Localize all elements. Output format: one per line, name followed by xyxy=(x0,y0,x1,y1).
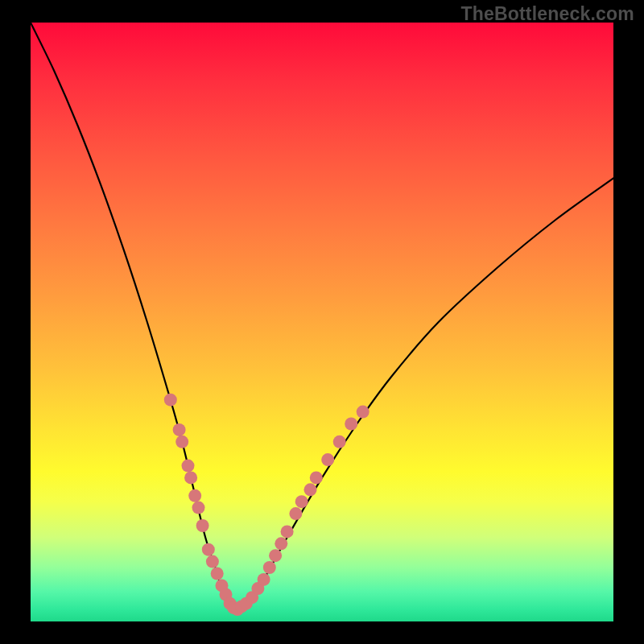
curve-marker xyxy=(211,568,224,580)
curve-marker xyxy=(295,495,308,508)
curve-marker xyxy=(304,483,317,496)
curve-marker xyxy=(269,549,282,562)
curve-marker xyxy=(173,423,186,436)
bottleneck-curve xyxy=(31,23,613,610)
curve-marker xyxy=(258,573,270,586)
curve-marker xyxy=(206,555,219,568)
curve-marker xyxy=(188,489,201,502)
chart-frame: TheBottleneck.com xyxy=(0,0,644,644)
watermark-text: TheBottleneck.com xyxy=(460,3,634,25)
curve-marker xyxy=(263,561,276,574)
curve-marker xyxy=(281,525,294,538)
curve-marker xyxy=(182,460,195,473)
curve-marker xyxy=(196,519,209,532)
curve-marker xyxy=(275,537,287,550)
curve-marker xyxy=(202,543,215,556)
plot-area xyxy=(31,23,613,621)
curve-marker xyxy=(289,507,302,520)
curve-markers xyxy=(164,394,369,616)
curve-marker xyxy=(321,453,334,466)
curve-marker xyxy=(184,471,197,484)
curve-svg xyxy=(31,23,613,621)
curve-marker xyxy=(175,436,188,448)
curve-marker xyxy=(164,394,177,407)
curve-marker xyxy=(345,418,357,431)
curve-marker xyxy=(310,471,323,484)
curve-marker xyxy=(357,406,369,419)
curve-marker xyxy=(192,502,205,514)
curve-marker xyxy=(333,436,346,448)
